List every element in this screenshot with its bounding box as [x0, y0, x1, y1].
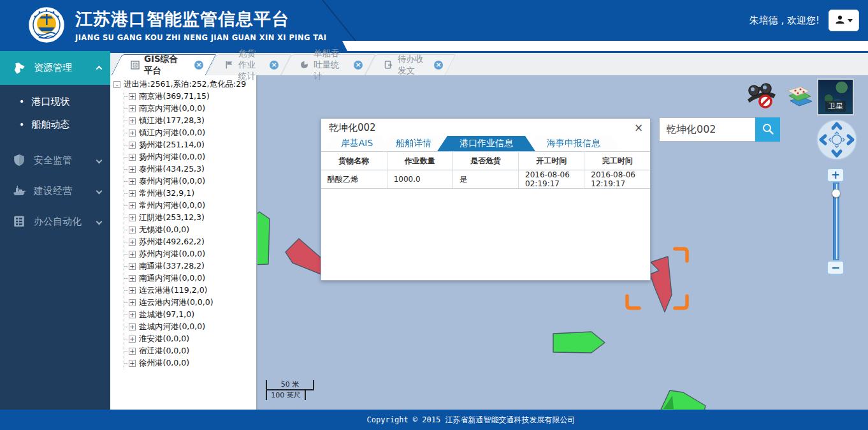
tree-node[interactable]: 连云港内河港(0,0,0) — [124, 297, 256, 309]
expand-icon[interactable] — [129, 130, 136, 137]
binoculars-measure-icon[interactable] — [745, 83, 779, 112]
zoom-track[interactable] — [833, 181, 839, 262]
pan-control[interactable] — [816, 119, 858, 161]
tree-node[interactable]: 镇江内河港(0,0,0) — [124, 127, 256, 139]
close-icon[interactable] — [194, 61, 203, 70]
expand-icon[interactable] — [129, 299, 136, 306]
tree-node[interactable]: 南京内河港(0,0,0) — [124, 103, 256, 115]
tree-node[interactable]: 淮安港(0,0,0) — [124, 333, 256, 345]
collapse-icon[interactable] — [113, 81, 120, 88]
popup-tab-port-operation[interactable]: 港口作业信息 — [437, 136, 535, 151]
satellite-label: 卫星 — [825, 101, 846, 112]
bullet-icon — [19, 96, 31, 107]
tab-dangerous-cargo-stats[interactable]: 危货作业统计 — [211, 54, 286, 75]
tab-throughput-stats[interactable]: 单船吞吐量统计 — [286, 54, 370, 75]
expand-icon[interactable] — [129, 105, 136, 112]
search-button[interactable] — [755, 117, 780, 142]
tree-node[interactable]: 镇江港(177,28,3) — [124, 115, 256, 127]
layers-icon[interactable] — [783, 84, 813, 111]
popup-header: 乾坤化002 — [321, 119, 650, 136]
expand-icon[interactable] — [129, 348, 136, 355]
expand-icon[interactable] — [129, 251, 136, 258]
popup-tabbar: 岸基AIS 船舶详情 港口作业信息 海事申报信息 — [321, 136, 650, 151]
sidebar-item-resource-mgmt[interactable]: 资源管理 — [0, 51, 110, 85]
expand-icon[interactable] — [129, 154, 136, 161]
expand-icon[interactable] — [129, 323, 136, 330]
tab-pending-documents[interactable]: 待办收发文 — [370, 54, 451, 75]
tree-node[interactable]: 南京港(369,71,15) — [124, 91, 256, 103]
close-icon[interactable] — [354, 61, 363, 70]
tree-node[interactable]: 无锡港(0,0,0) — [124, 224, 256, 236]
search-input[interactable] — [659, 117, 755, 142]
expand-icon[interactable] — [129, 311, 136, 318]
expand-icon[interactable] — [129, 360, 136, 367]
zoom-thumb[interactable] — [832, 189, 841, 198]
tree-node[interactable]: 苏州港(492,62,2) — [124, 236, 256, 248]
tree-node[interactable]: 连云港港(119,2,0) — [124, 285, 256, 297]
ship-marker-green[interactable] — [553, 332, 605, 353]
tree-node[interactable]: 宿迁港(0,0,0) — [124, 345, 256, 357]
tree-node[interactable]: 扬州港(251,14,0) — [124, 139, 256, 151]
close-icon[interactable] — [633, 123, 644, 133]
expand-icon[interactable] — [129, 287, 136, 294]
tree-node-label: 宿迁港(0,0,0) — [139, 346, 189, 357]
expand-icon[interactable] — [129, 93, 136, 100]
close-icon[interactable] — [270, 61, 278, 70]
expand-icon[interactable] — [129, 239, 136, 246]
tree-root-node[interactable]: 进出港:2561,系泊:252,危化品:29 — [110, 78, 256, 91]
tree-node[interactable]: 江阴港(253,12,3) — [124, 212, 256, 224]
close-icon[interactable] — [434, 61, 443, 70]
sidebar-item-construction-operation[interactable]: 建设经营 — [0, 175, 110, 206]
tree-node[interactable]: 泰州港(434,25,3) — [124, 163, 256, 175]
expand-icon[interactable] — [129, 178, 136, 185]
expand-icon[interactable] — [129, 226, 136, 234]
expand-icon[interactable] — [129, 166, 136, 173]
popup-tab-ship-detail[interactable]: 船舶详情 — [381, 136, 446, 150]
tree-node[interactable]: 南通港(337,28,2) — [124, 260, 256, 272]
cell-is-dangerous: 是 — [452, 170, 518, 189]
popup-tab-ais[interactable]: 岸基AIS — [324, 136, 390, 150]
sidebar-item-office-automation[interactable]: 办公自动化 — [0, 206, 110, 237]
chevron-down-icon — [96, 157, 103, 163]
tree-node[interactable]: 苏州内河港(0,0,0) — [124, 248, 256, 260]
popup-tab-maritime-declaration[interactable]: 海事申报信息 — [526, 136, 621, 150]
tree-node[interactable]: 常州内河港(0,0,0) — [124, 200, 256, 212]
expand-icon[interactable] — [129, 275, 136, 282]
tree-node[interactable]: 盐城内河港(0,0,0) — [124, 321, 256, 333]
tree-node-label: 泰州内河港(0,0,0) — [139, 176, 205, 187]
tab-label: 待办收发文 — [398, 54, 425, 77]
zoom-in-button[interactable]: + — [827, 168, 844, 182]
tree-node-label: 常州内河港(0,0,0) — [139, 200, 205, 211]
tree-node[interactable]: 徐州港(0,0,0) — [124, 357, 256, 369]
app-header: 江苏港口智能监管信息平台 JIANG SU GANG KOU ZHI NENG … — [0, 0, 868, 51]
tree-node[interactable]: 常州港(32,9,1) — [124, 188, 256, 200]
user-menu-button[interactable] — [828, 10, 859, 31]
ship-marker-green[interactable] — [257, 212, 270, 265]
expand-icon[interactable] — [129, 142, 136, 149]
tree-node-label: 镇江内河港(0,0,0) — [139, 128, 205, 138]
tree-node[interactable]: 南通内河港(0,0,0) — [124, 272, 256, 285]
gis-map[interactable]: 乾坤化002 岸基AIS 船舶详情 港口作业信息 海事申报信息 货物名称作业数量… — [257, 75, 868, 410]
tree-node[interactable]: 盐城港(97,1,0) — [124, 309, 256, 321]
tab-gis-platform[interactable]: GIS综合平台 — [117, 54, 211, 75]
sidebar-item-label: 资源管理 — [34, 62, 97, 74]
expand-icon[interactable] — [129, 190, 136, 197]
sidebar-item-ship-dynamics[interactable]: 船舶动态 — [0, 118, 110, 131]
sidebar-item-safety-supervision[interactable]: 安全监管 — [0, 145, 110, 175]
expand-icon[interactable] — [129, 214, 136, 221]
satellite-view-button[interactable]: 卫星 — [817, 78, 854, 115]
sidebar-item-port-status[interactable]: 港口现状 — [0, 95, 110, 108]
tree-node[interactable]: 扬州内河港(0,0,0) — [124, 151, 256, 163]
tree-node-label: 南京港(369,71,15) — [139, 91, 210, 102]
zoom-out-button[interactable]: − — [827, 260, 844, 275]
sidebar: 资源管理 港口现状 船舶动态 安全监管 建设经营 — [0, 51, 110, 430]
ship-icon — [13, 184, 27, 197]
workspace-tabbar: GIS综合平台 危货作业统计 单船吞吐量统计 待办收发文 — [110, 51, 868, 75]
expand-icon[interactable] — [129, 263, 136, 270]
table-header-cell: 作业数量 — [387, 152, 452, 170]
expand-icon[interactable] — [129, 336, 136, 343]
tree-node[interactable]: 泰州内河港(0,0,0) — [124, 175, 256, 188]
ship-marker-red-selected[interactable] — [650, 256, 672, 312]
expand-icon[interactable] — [129, 117, 136, 124]
expand-icon[interactable] — [129, 202, 136, 209]
